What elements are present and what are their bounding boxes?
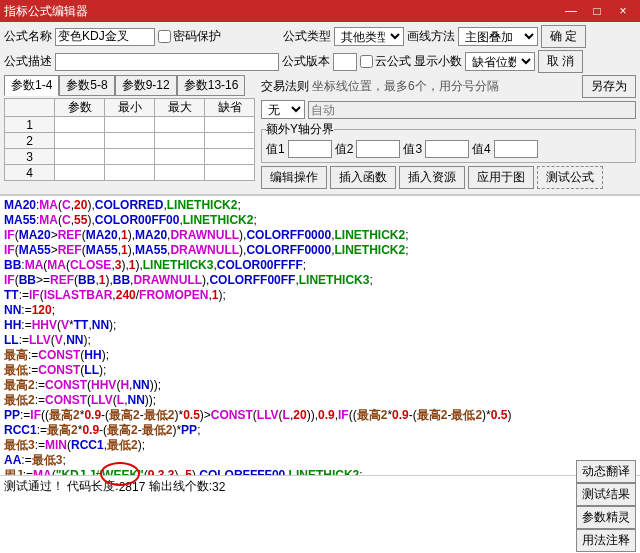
code-length: 2817 [119, 480, 146, 494]
paramwiz-button[interactable]: 参数精灵 [576, 506, 636, 529]
version-input[interactable] [333, 53, 357, 71]
y2-input[interactable] [356, 140, 400, 158]
close-icon[interactable]: × [610, 4, 636, 18]
cloud-checkbox[interactable]: 云公式 [360, 53, 411, 70]
output-count: 32 [212, 480, 225, 494]
apply-button[interactable]: 应用于图 [468, 166, 534, 189]
window-title: 指标公式编辑器 [4, 3, 558, 20]
side-button-panel: 动态翻译 测试结果 参数精灵 用法注释 [576, 460, 636, 552]
test-pass: 测试通过！ [4, 478, 64, 495]
maximize-icon[interactable]: □ [584, 4, 610, 18]
rule-select[interactable]: 无 [261, 100, 305, 119]
tab-params-9-12[interactable]: 参数9-12 [115, 75, 177, 96]
label-dec: 显示小数 [414, 53, 462, 70]
toolbar: 公式名称 密码保护 公式类型 其他类型 画线方法 主图叠加 确 定 公式描述 公… [0, 22, 640, 195]
ok-button[interactable]: 确 定 [541, 25, 586, 48]
tab-params-13-16[interactable]: 参数13-16 [177, 75, 246, 96]
status-bar: 测试通过！ 代码长度: 2817 输出线个数: 32 [0, 475, 640, 497]
draw-method-select[interactable]: 主图叠加 [458, 27, 538, 46]
y1-input[interactable] [288, 140, 332, 158]
minimize-icon[interactable]: — [558, 4, 584, 18]
label-rule: 交易法则 [261, 78, 309, 95]
cancel-button[interactable]: 取 消 [538, 50, 583, 73]
testres-button[interactable]: 测试结果 [576, 483, 636, 506]
titlebar: 指标公式编辑器 — □ × [0, 0, 640, 22]
editop-button[interactable]: 编辑操作 [261, 166, 327, 189]
formula-desc-input[interactable] [55, 53, 279, 71]
formula-name-input[interactable] [55, 28, 155, 46]
insert-fn-button[interactable]: 插入函数 [330, 166, 396, 189]
label-desc: 公式描述 [4, 53, 52, 70]
coord-input[interactable] [308, 101, 636, 119]
extra-y-fieldset: 额外Y轴分界 值1 值2 值3 值4 [261, 121, 636, 163]
code-editor[interactable]: MA20:MA(C,20),COLORRED,LINETHICK2; MA55:… [0, 195, 640, 475]
dyntrans-button[interactable]: 动态翻译 [576, 460, 636, 483]
label-coord: 坐标线位置，最多6个，用分号分隔 [312, 78, 499, 95]
param-cell[interactable] [55, 117, 105, 133]
y3-input[interactable] [425, 140, 469, 158]
label-draw: 画线方法 [407, 28, 455, 45]
tab-params-5-8[interactable]: 参数5-8 [59, 75, 114, 96]
param-tabs: 参数1-4 参数5-8 参数9-12 参数13-16 [4, 75, 255, 96]
label-name: 公式名称 [4, 28, 52, 45]
y4-input[interactable] [494, 140, 538, 158]
insert-res-button[interactable]: 插入资源 [399, 166, 465, 189]
usage-button[interactable]: 用法注释 [576, 529, 636, 552]
password-checkbox[interactable]: 密码保护 [158, 28, 221, 45]
label-type: 公式类型 [283, 28, 331, 45]
label-ver: 公式版本 [282, 53, 330, 70]
tab-params-1-4[interactable]: 参数1-4 [4, 75, 59, 96]
formula-type-select[interactable]: 其他类型 [334, 27, 404, 46]
params-table: 参数最小最大缺省 1 2 3 4 [4, 98, 255, 181]
decimal-select[interactable]: 缺省位数 [465, 52, 535, 71]
test-button[interactable]: 测试公式 [537, 166, 603, 189]
saveas-button[interactable]: 另存为 [582, 75, 636, 98]
